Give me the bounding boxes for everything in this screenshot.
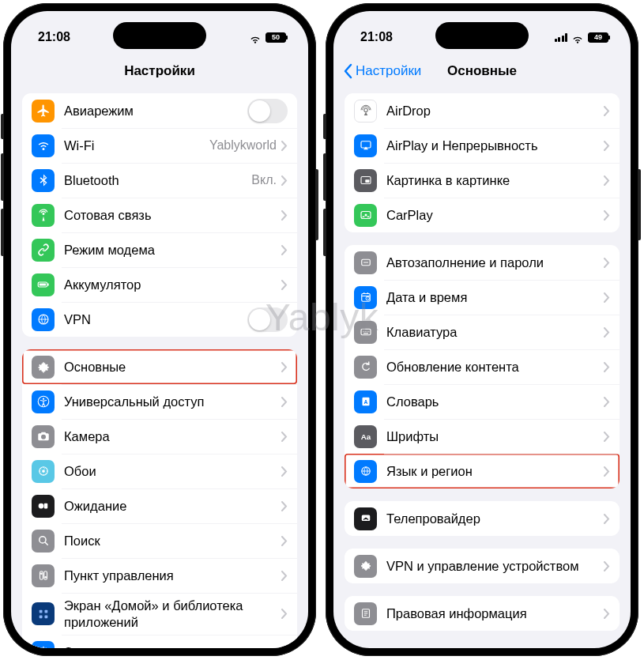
airplane-toggle[interactable] <box>247 99 288 123</box>
row-airdrop[interactable]: AirDrop <box>345 93 620 128</box>
refresh-icon <box>354 356 377 379</box>
phone-left: 21:08 50 Настройки Авиарежим <box>3 3 316 656</box>
row-vpn[interactable]: VPN <box>22 302 297 337</box>
row-hotspot[interactable]: Режим модема <box>22 232 297 267</box>
svg-point-12 <box>40 572 43 575</box>
row-autofill[interactable]: Автозаполнение и пароли <box>345 245 620 280</box>
svg-point-7 <box>42 470 45 473</box>
status-time: 21:08 <box>360 30 393 44</box>
row-airplay[interactable]: AirPlay и Непрерывность <box>345 128 620 163</box>
chevron-right-icon <box>281 141 288 151</box>
row-label: Телепровайдер <box>386 511 604 527</box>
row-date-time[interactable]: Дата и время <box>345 280 620 315</box>
row-general[interactable]: Основные <box>22 349 297 384</box>
svg-point-33 <box>363 331 363 332</box>
chevron-right-icon <box>281 536 288 546</box>
row-label: Экран и яркость <box>64 644 281 648</box>
row-label: AirPlay и Непрерывность <box>386 138 604 154</box>
row-keyboard[interactable]: Клавиатура <box>345 315 620 349</box>
row-label: Картинка в картинке <box>386 172 604 189</box>
svg-point-8 <box>38 503 43 509</box>
row-label: Язык и регион <box>386 463 604 480</box>
autofill-icon <box>354 251 377 274</box>
row-label: Автозаполнение и пароли <box>386 255 604 271</box>
row-vpn-management[interactable]: VPN и управление устройством <box>345 549 620 583</box>
row-label: CarPlay <box>386 207 604 224</box>
chevron-right-icon <box>604 258 610 268</box>
row-label: Пункт управления <box>64 568 281 584</box>
chevron-right-icon <box>604 175 610 186</box>
chevron-right-icon <box>604 362 610 372</box>
row-dictionary[interactable]: A Словарь <box>345 384 620 419</box>
chevron-right-icon <box>604 106 610 116</box>
settings-group-connectivity: Авиарежим Wi-Fi Yablykworld Bluetooth Вк… <box>22 93 297 337</box>
row-legal[interactable]: Правовая информация <box>345 596 620 631</box>
svg-rect-16 <box>44 609 47 613</box>
svg-rect-9 <box>43 503 47 509</box>
chevron-right-icon <box>281 501 288 511</box>
nav-bar: Настройки Основные <box>333 54 631 89</box>
row-pip[interactable]: Картинка в картинке <box>345 163 620 198</box>
row-search[interactable]: Поиск <box>22 523 297 558</box>
wifi-status-icon <box>249 32 262 42</box>
row-carplay[interactable]: CarPlay <box>345 198 620 232</box>
row-battery[interactable]: Аккумулятор <box>22 267 297 302</box>
row-label: Правовая информация <box>386 605 604 622</box>
row-label: Основные <box>64 359 281 375</box>
gear-icon <box>32 356 55 379</box>
row-display-brightness[interactable]: Экран и яркость <box>22 635 297 648</box>
svg-point-5 <box>42 398 43 400</box>
chevron-right-icon <box>281 210 288 221</box>
svg-text:A: A <box>363 399 367 405</box>
row-wallpaper[interactable]: Обои <box>22 454 297 488</box>
row-camera[interactable]: Камера <box>22 419 297 454</box>
datetime-icon <box>354 286 377 309</box>
row-label: Клавиатура <box>386 324 604 341</box>
battery-icon <box>32 273 55 296</box>
row-label: Ожидание <box>64 498 281 515</box>
svg-rect-24 <box>365 179 369 183</box>
bluetooth-icon <box>32 169 55 192</box>
row-cellular[interactable]: Сотовая связь <box>22 198 297 232</box>
general-group-2: Автозаполнение и пароли Дата и время Кла… <box>345 245 620 488</box>
pip-icon <box>354 169 377 192</box>
row-airplane-mode[interactable]: Авиарежим <box>22 93 297 128</box>
dictionary-icon: A <box>354 390 377 413</box>
screen-left: 21:08 50 Настройки Авиарежим <box>11 11 308 648</box>
row-wifi[interactable]: Wi-Fi Yablykworld <box>22 128 297 163</box>
row-homescreen[interactable]: Экран «Домой» и библиотека приложений <box>22 593 297 635</box>
chevron-right-icon <box>604 609 610 619</box>
chevron-right-icon <box>604 397 610 407</box>
svg-point-34 <box>364 331 365 332</box>
row-standby[interactable]: Ожидание <box>22 488 297 523</box>
row-fonts[interactable]: Aa Шрифты <box>345 419 620 454</box>
general-group-1: AirDrop AirPlay и Непрерывность Картинка… <box>345 93 620 232</box>
svg-rect-2 <box>47 284 49 286</box>
svg-rect-11 <box>40 571 43 580</box>
chevron-right-icon <box>604 292 610 303</box>
row-background-refresh[interactable]: Обновление контента <box>345 349 620 384</box>
svg-rect-1 <box>39 284 45 286</box>
back-button[interactable]: Настройки <box>343 54 421 89</box>
link-icon <box>32 239 55 262</box>
row-tvprovider[interactable]: Телепровайдер <box>345 501 620 536</box>
camera-icon <box>32 425 55 448</box>
dynamic-island <box>113 22 206 49</box>
legal-icon <box>354 602 377 625</box>
row-control-center[interactable]: Пункт управления <box>22 558 297 593</box>
chevron-right-icon <box>281 397 288 407</box>
svg-rect-15 <box>39 609 42 613</box>
row-label: Авиарежим <box>64 103 247 119</box>
language-icon <box>354 460 377 483</box>
row-bluetooth[interactable]: Bluetooth Вкл. <box>22 163 297 198</box>
chevron-right-icon <box>604 466 610 477</box>
vpn-toggle[interactable] <box>247 307 288 332</box>
svg-point-26 <box>364 214 367 217</box>
svg-rect-13 <box>43 571 47 580</box>
general-group-3: Телепровайдер <box>345 501 620 536</box>
row-label: Сотовая связь <box>64 207 281 224</box>
row-language-region[interactable]: Язык и регион <box>345 454 620 488</box>
row-accessibility[interactable]: Универсальный доступ <box>22 384 297 419</box>
row-label: Универсальный доступ <box>64 394 281 410</box>
svg-rect-28 <box>367 217 369 218</box>
